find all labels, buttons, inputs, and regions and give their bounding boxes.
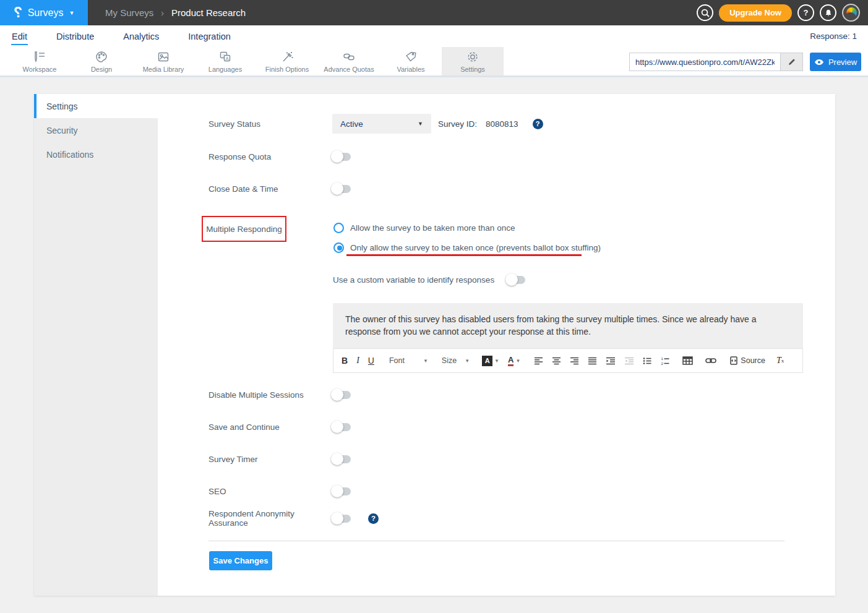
eye-icon bbox=[814, 59, 824, 66]
breadcrumb-chevron-icon: › bbox=[161, 8, 164, 18]
toolbar-item-advance-quotas[interactable]: Advance Quotas bbox=[318, 47, 380, 75]
toolbar-item-media-library[interactable]: Media Library bbox=[132, 47, 194, 75]
survey-url-input[interactable] bbox=[630, 53, 780, 71]
sidebar-item-notifications[interactable]: Notifications bbox=[34, 142, 158, 166]
richtext-toolbar: B I U Font▼ Size▼ A▼ A▼ 12 Source Tx bbox=[333, 348, 803, 373]
divider bbox=[208, 541, 784, 541]
help-icon: ? bbox=[804, 8, 809, 17]
sidebar-item-security[interactable]: Security bbox=[34, 118, 158, 142]
seo-row: SEO bbox=[208, 481, 351, 501]
respondent-anonymity-help-button[interactable]: ? bbox=[368, 513, 379, 524]
disable-multiple-sessions-row: Disable Multiple Sessions bbox=[208, 385, 351, 405]
avatar[interactable] bbox=[842, 4, 860, 22]
toolbar-item-finish-options[interactable]: Finish Options bbox=[256, 47, 318, 75]
tab-distribute[interactable]: Distribute bbox=[56, 28, 95, 45]
align-right-icon bbox=[570, 357, 579, 365]
chevron-down-icon: ▼ bbox=[423, 358, 428, 364]
remove-format-button[interactable]: Tx bbox=[776, 356, 784, 365]
product-switcher[interactable]: ? Surveys ▼ bbox=[0, 0, 88, 25]
survey-id-label: Survey ID: bbox=[438, 119, 477, 129]
edit-url-button[interactable] bbox=[780, 53, 802, 71]
multiple-responding-label: Multiple Responding bbox=[206, 225, 281, 234]
settings-sidebar: Settings Security Notifications bbox=[34, 94, 158, 596]
toolbar-item-languages[interactable]: ☆A Languages bbox=[194, 47, 256, 75]
topbar: ? Surveys ▼ My Surveys › Product Researc… bbox=[0, 0, 868, 25]
chevron-down-icon: ▼ bbox=[418, 121, 423, 127]
search-button[interactable] bbox=[697, 4, 713, 21]
respondent-anonymity-toggle[interactable] bbox=[332, 515, 351, 523]
multiple-responding-annotation-box: Multiple Responding bbox=[202, 216, 286, 242]
decrease-indent-button[interactable] bbox=[624, 357, 634, 365]
close-date-row: Close Date & Time bbox=[208, 179, 351, 199]
preview-button[interactable]: Preview bbox=[810, 53, 861, 71]
link-icon bbox=[705, 358, 716, 364]
bulleted-list-button[interactable] bbox=[643, 357, 652, 365]
upgrade-now-button[interactable]: Upgrade Now bbox=[719, 4, 792, 22]
chevron-down-icon: ▼ bbox=[465, 358, 470, 364]
italic-button[interactable]: I bbox=[356, 356, 359, 365]
seo-toggle[interactable] bbox=[332, 487, 351, 495]
workspace-icon bbox=[33, 50, 46, 64]
size-dropdown[interactable]: Size▼ bbox=[442, 356, 470, 365]
survey-url-group bbox=[629, 53, 803, 71]
help-button[interactable]: ? bbox=[797, 4, 814, 21]
media-image-icon bbox=[157, 50, 170, 64]
source-button[interactable]: Source bbox=[730, 356, 765, 365]
align-left-button[interactable] bbox=[534, 357, 543, 365]
toolbar-item-settings[interactable]: Settings bbox=[442, 47, 504, 75]
seo-label: SEO bbox=[208, 487, 332, 496]
disabled-message-textarea[interactable]: The owner of this survey has disabled us… bbox=[333, 303, 803, 348]
breadcrumb-current-survey: Product Research bbox=[171, 7, 246, 18]
custom-variable-toggle[interactable] bbox=[507, 276, 525, 284]
disable-multiple-sessions-toggle[interactable] bbox=[332, 391, 351, 399]
numbered-list-button[interactable]: 12 bbox=[661, 357, 670, 365]
background-color-button[interactable]: A▼ bbox=[482, 356, 499, 366]
tab-analytics[interactable]: Analytics bbox=[122, 28, 160, 45]
close-date-toggle[interactable] bbox=[332, 185, 351, 193]
insert-table-button[interactable] bbox=[682, 356, 693, 365]
bold-button[interactable]: B bbox=[342, 356, 348, 365]
quotas-chain-icon bbox=[342, 50, 356, 64]
align-left-icon bbox=[534, 357, 543, 365]
breadcrumb-my-surveys[interactable]: My Surveys bbox=[105, 7, 153, 18]
survey-id-help-button[interactable]: ? bbox=[533, 119, 543, 129]
radio-allow-multiple-label: Allow the survey to be taken more than o… bbox=[350, 223, 515, 233]
respondent-anonymity-label: Respondent Anonymity Assurance bbox=[208, 509, 332, 528]
text-color-button[interactable]: A▼ bbox=[508, 356, 520, 366]
save-changes-button[interactable]: Save Changes bbox=[209, 551, 272, 570]
align-right-button[interactable] bbox=[570, 357, 579, 365]
radio-allow-multiple[interactable] bbox=[333, 223, 344, 233]
toolbar-item-workspace[interactable]: Workspace bbox=[9, 47, 71, 75]
radio-only-once[interactable] bbox=[333, 242, 344, 253]
edit-toolbar: Workspace Design Media Library ☆A Langua… bbox=[0, 47, 868, 77]
sidebar-item-settings[interactable]: Settings bbox=[34, 94, 158, 118]
align-center-button[interactable] bbox=[552, 357, 561, 365]
response-quota-row: Response Quota bbox=[208, 147, 351, 166]
notifications-button[interactable] bbox=[820, 4, 836, 21]
radio-only-once-label: Only allow the survey to be taken once (… bbox=[350, 243, 601, 252]
insert-link-button[interactable] bbox=[705, 358, 716, 364]
decrease-indent-icon bbox=[624, 357, 634, 365]
save-and-continue-toggle[interactable] bbox=[332, 423, 351, 431]
text-color-icon: A bbox=[508, 356, 513, 366]
response-count[interactable]: Response: 1 bbox=[810, 32, 857, 41]
tab-edit[interactable]: Edit bbox=[11, 28, 28, 45]
survey-timer-toggle[interactable] bbox=[332, 455, 351, 463]
increase-indent-button[interactable] bbox=[606, 357, 616, 365]
justify-icon bbox=[588, 357, 597, 365]
questionpro-logo-icon: ? bbox=[14, 6, 22, 20]
source-doc-icon bbox=[730, 356, 737, 365]
justify-button[interactable] bbox=[588, 357, 597, 365]
align-center-icon bbox=[552, 357, 561, 365]
settings-card: Settings Security Notifications Survey S… bbox=[34, 94, 835, 596]
table-icon bbox=[682, 356, 693, 365]
svg-text:A: A bbox=[226, 56, 229, 60]
underline-button[interactable]: U bbox=[368, 356, 374, 365]
tab-integration[interactable]: Integration bbox=[187, 28, 231, 45]
survey-status-select[interactable]: Active ▼ bbox=[332, 114, 431, 134]
toolbar-item-design[interactable]: Design bbox=[71, 47, 132, 75]
svg-text:1: 1 bbox=[661, 357, 664, 361]
response-quota-toggle[interactable] bbox=[332, 153, 351, 161]
toolbar-item-variables[interactable]: Variables bbox=[380, 47, 442, 75]
font-dropdown[interactable]: Font▼ bbox=[389, 356, 428, 365]
